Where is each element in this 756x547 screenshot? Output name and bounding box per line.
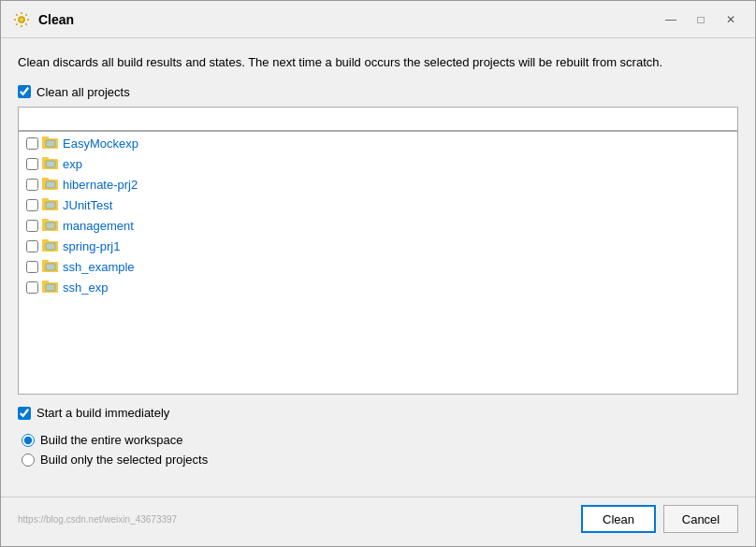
project-name: hibernate-prj2 bbox=[63, 178, 138, 192]
folder-icon bbox=[42, 280, 59, 296]
svg-rect-2 bbox=[42, 137, 49, 140]
folder-icon bbox=[42, 156, 59, 173]
list-item: exp bbox=[19, 154, 737, 175]
svg-rect-27 bbox=[46, 264, 55, 270]
build-selected-radio[interactable] bbox=[22, 453, 35, 467]
build-workspace-radio[interactable] bbox=[22, 434, 35, 447]
search-input[interactable] bbox=[18, 107, 738, 131]
dialog-body: Clean discards all build results and sta… bbox=[1, 38, 755, 497]
clean-all-checkbox[interactable] bbox=[18, 85, 31, 98]
svg-rect-26 bbox=[42, 260, 49, 264]
clean-dialog: Clean — □ ✕ Clean discards all build res… bbox=[0, 0, 756, 547]
folder-icon bbox=[42, 136, 59, 152]
project-name: EasyMockexp bbox=[63, 137, 138, 151]
build-selected-label[interactable]: Build only the selected projects bbox=[40, 453, 208, 467]
project-checkbox[interactable] bbox=[26, 199, 38, 211]
project-name: management bbox=[63, 219, 134, 233]
minimize-button[interactable]: — bbox=[658, 9, 684, 30]
project-name: JUnitTest bbox=[63, 198, 112, 212]
svg-rect-19 bbox=[46, 223, 55, 229]
list-item: JUnitTest bbox=[19, 195, 737, 216]
clean-button[interactable]: Clean bbox=[581, 505, 656, 533]
clean-all-label[interactable]: Clean all projects bbox=[36, 85, 130, 99]
folder-icon bbox=[42, 197, 59, 214]
gear-icon bbox=[12, 10, 31, 29]
svg-rect-31 bbox=[46, 284, 55, 291]
maximize-button[interactable]: □ bbox=[688, 9, 714, 30]
svg-rect-3 bbox=[46, 140, 55, 147]
title-buttons: — □ ✕ bbox=[658, 9, 744, 30]
folder-icon bbox=[42, 218, 59, 235]
project-checkbox[interactable] bbox=[26, 281, 38, 294]
project-checkbox[interactable] bbox=[26, 261, 38, 273]
project-name: spring-prj1 bbox=[63, 239, 120, 253]
list-item: management bbox=[19, 216, 737, 237]
start-build-label[interactable]: Start a build immediately bbox=[36, 406, 169, 420]
svg-point-0 bbox=[19, 17, 24, 22]
project-checkbox[interactable] bbox=[26, 137, 38, 150]
svg-rect-6 bbox=[42, 157, 49, 161]
project-name: ssh_example bbox=[63, 260, 135, 274]
project-checkbox[interactable] bbox=[26, 240, 38, 252]
list-item: spring-prj1 bbox=[19, 237, 737, 257]
title-bar: Clean — □ ✕ bbox=[1, 1, 755, 38]
description-text: Clean discards all build results and sta… bbox=[18, 53, 738, 72]
svg-rect-18 bbox=[42, 219, 49, 223]
window-title: Clean bbox=[38, 12, 74, 27]
project-checkbox[interactable] bbox=[26, 179, 38, 191]
start-build-row: Start a build immediately bbox=[18, 406, 738, 420]
list-item: hibernate-prj2 bbox=[19, 175, 737, 195]
svg-rect-15 bbox=[46, 202, 55, 209]
radio-workspace-row: Build the entire workspace bbox=[18, 433, 738, 447]
project-name: exp bbox=[63, 157, 82, 171]
svg-rect-14 bbox=[42, 198, 49, 202]
svg-rect-7 bbox=[46, 161, 55, 167]
project-checkbox[interactable] bbox=[26, 220, 38, 232]
dialog-footer: https://blog.csdn.net/weixin_43673397 Cl… bbox=[1, 497, 755, 546]
footer-note: https://blog.csdn.net/weixin_43673397 bbox=[18, 514, 574, 525]
project-name: ssh_exp bbox=[63, 281, 108, 295]
list-item: ssh_exp bbox=[19, 278, 737, 298]
start-build-checkbox[interactable] bbox=[18, 407, 31, 420]
svg-rect-30 bbox=[42, 281, 49, 284]
title-bar-left: Clean bbox=[12, 10, 74, 29]
build-workspace-label[interactable]: Build the entire workspace bbox=[40, 433, 182, 447]
svg-rect-22 bbox=[42, 239, 49, 243]
list-item: EasyMockexp bbox=[19, 134, 737, 154]
folder-icon bbox=[42, 238, 59, 255]
svg-rect-10 bbox=[42, 178, 49, 181]
clean-all-row: Clean all projects bbox=[18, 85, 738, 99]
svg-rect-23 bbox=[46, 243, 55, 250]
list-item: ssh_example bbox=[19, 257, 737, 278]
project-list: EasyMockexp exp hibernate-prj2 JUnitTest… bbox=[19, 132, 737, 395]
svg-rect-11 bbox=[46, 181, 55, 188]
build-options-section: Start a build immediately Build the enti… bbox=[18, 406, 738, 467]
project-list-container: EasyMockexp exp hibernate-prj2 JUnitTest… bbox=[18, 131, 738, 396]
project-checkbox[interactable] bbox=[26, 158, 38, 170]
radio-selected-row: Build only the selected projects bbox=[18, 453, 738, 467]
cancel-button[interactable]: Cancel bbox=[663, 505, 738, 533]
folder-icon bbox=[42, 177, 59, 194]
folder-icon bbox=[42, 259, 59, 276]
close-button[interactable]: ✕ bbox=[718, 9, 744, 30]
